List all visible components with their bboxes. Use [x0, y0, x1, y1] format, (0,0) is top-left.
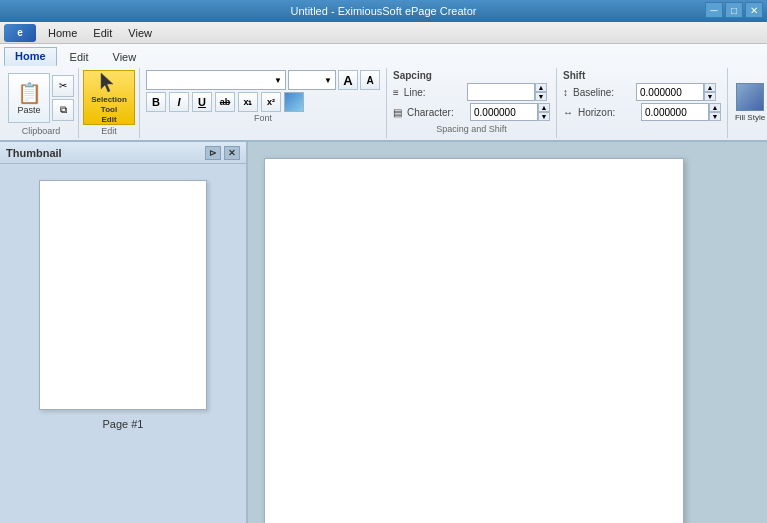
menu-edit[interactable]: Edit — [85, 25, 120, 41]
font-family-combo[interactable]: ▼ — [146, 70, 286, 90]
title-bar-controls: ─ □ ✕ — [705, 2, 763, 18]
menu-view[interactable]: View — [120, 25, 160, 41]
selection-tool-label: Selection Tool — [84, 95, 134, 114]
ribbon: Home Edit View 📋 Paste ✂ ⧉ — [0, 44, 767, 142]
character-spinbox: ▲ ▼ — [470, 103, 550, 121]
shift-section: Shift ↕ Baseline: ▲ ▼ ↔ Horizon: — [557, 68, 728, 138]
minimize-button[interactable]: ─ — [705, 2, 723, 18]
horizon-spinbox: ▲ ▼ — [641, 103, 721, 121]
bold-button[interactable]: B — [146, 92, 166, 112]
superscript-button[interactable]: x² — [261, 92, 281, 112]
line-spacing-row: ≡ Line: ▲ ▼ — [393, 83, 550, 101]
page-canvas — [264, 158, 684, 523]
horizon-icon: ↔ — [563, 107, 573, 118]
horizon-label: Horizon: — [578, 107, 638, 118]
svg-marker-0 — [101, 73, 113, 92]
ribbon-tabs: Home Edit View — [0, 44, 767, 66]
character-value-input[interactable] — [470, 103, 538, 121]
selection-tool-button[interactable]: Selection Tool Edit — [83, 70, 135, 125]
cut-button[interactable]: ✂ — [52, 75, 74, 97]
app-icon: e — [4, 24, 36, 42]
paste-label: Paste — [17, 105, 40, 115]
character-label: Character: — [407, 107, 467, 118]
spacing-section: Sapcing ≡ Line: ▲ ▼ ▤ Character: — [387, 68, 557, 138]
font-size-down-button[interactable]: A — [360, 70, 380, 90]
menu-home[interactable]: Home — [40, 25, 85, 41]
canvas-area — [248, 142, 767, 523]
thumbnail-close-button[interactable]: ✕ — [224, 146, 240, 160]
copy-icon: ⧉ — [60, 104, 67, 116]
baseline-decrement-button[interactable]: ▼ — [704, 92, 716, 101]
shift-header: Shift — [563, 70, 721, 81]
maximize-button[interactable]: □ — [725, 2, 743, 18]
character-spinbox-buttons: ▲ ▼ — [538, 103, 550, 121]
paste-button[interactable]: 📋 Paste — [8, 73, 50, 123]
clipboard-section: 📋 Paste ✂ ⧉ Clipboard — [4, 68, 79, 138]
underline-button[interactable]: U — [192, 92, 212, 112]
fill-style-label: Fill Style — [735, 113, 765, 123]
character-spacing-row: ▤ Character: ▲ ▼ — [393, 103, 550, 121]
strikethrough-button[interactable]: ab — [215, 92, 235, 112]
ribbon-content: 📋 Paste ✂ ⧉ Clipboard — [0, 66, 767, 140]
thumbnail-header-controls: ⊳ ✕ — [205, 146, 240, 160]
horizon-row: ↔ Horizon: ▲ ▼ — [563, 103, 721, 121]
clipboard-label: Clipboard — [8, 126, 74, 136]
page-label: Page #1 — [103, 418, 144, 430]
font-section: ▼ ▼ A A B I U ab x₁ x² — [140, 68, 387, 138]
baseline-spinbox: ▲ ▼ — [636, 83, 716, 101]
thumbnail-panel: Thumbnail ⊳ ✕ Page #1 — [0, 142, 248, 523]
thumbnail-pin-button[interactable]: ⊳ — [205, 146, 221, 160]
character-icon: ▤ — [393, 107, 402, 118]
character-decrement-button[interactable]: ▼ — [538, 112, 550, 121]
font-color-swatch[interactable] — [284, 92, 304, 112]
thumbnail-header: Thumbnail ⊳ ✕ — [0, 142, 246, 164]
copy-button[interactable]: ⧉ — [52, 99, 74, 121]
horizon-value-input[interactable] — [641, 103, 709, 121]
horizon-decrement-button[interactable]: ▼ — [709, 112, 721, 121]
baseline-icon: ↕ — [563, 87, 568, 98]
line-spinbox: ▲ ▼ — [467, 83, 547, 101]
font-format-row: B I U ab x₁ x² — [146, 92, 380, 112]
tab-home[interactable]: Home — [4, 47, 57, 66]
line-increment-button[interactable]: ▲ — [535, 83, 547, 92]
edit-top: Selection Tool Edit — [83, 70, 135, 125]
spacing-label-bottom: Spacing and Shift — [393, 124, 550, 134]
cut-copy-buttons: ✂ ⧉ — [52, 75, 74, 121]
character-increment-button[interactable]: ▲ — [538, 103, 550, 112]
cut-icon: ✂ — [59, 80, 67, 91]
baseline-spinbox-buttons: ▲ ▼ — [704, 83, 716, 101]
line-value-input[interactable] — [467, 83, 535, 101]
tab-view[interactable]: View — [102, 48, 148, 66]
font-size-up-button[interactable]: A — [338, 70, 358, 90]
clipboard-top: 📋 Paste ✂ ⧉ — [8, 70, 74, 125]
page-thumbnail[interactable] — [39, 180, 207, 410]
italic-button[interactable]: I — [169, 92, 189, 112]
fill-style-button[interactable]: Fill Style — [732, 70, 767, 136]
tab-edit[interactable]: Edit — [59, 48, 100, 66]
selection-tool-edit-label: Edit — [101, 115, 116, 124]
font-family-dropdown-icon[interactable]: ▼ — [274, 76, 282, 85]
font-size-btns: A A — [338, 70, 380, 90]
app-title: Untitled - EximiousSoft ePage Creator — [291, 5, 477, 17]
subscript-button[interactable]: x₁ — [238, 92, 258, 112]
line-label: Line: — [404, 87, 464, 98]
baseline-value-input[interactable] — [636, 83, 704, 101]
spacing-header: Sapcing — [393, 70, 550, 81]
thumbnail-content: Page #1 — [0, 164, 246, 523]
cursor-icon — [97, 71, 121, 95]
line-decrement-button[interactable]: ▼ — [535, 92, 547, 101]
horizon-increment-button[interactable]: ▲ — [709, 103, 721, 112]
horizon-spinbox-buttons: ▲ ▼ — [709, 103, 721, 121]
menu-bar: e Home Edit View — [0, 22, 767, 44]
paste-icon: 📋 — [17, 81, 42, 105]
fill-style-icon — [736, 83, 764, 111]
title-bar: Untitled - EximiousSoft ePage Creator ─ … — [0, 0, 767, 22]
baseline-row: ↕ Baseline: ▲ ▼ — [563, 83, 721, 101]
font-size-combo[interactable]: ▼ — [288, 70, 336, 90]
main-area: Thumbnail ⊳ ✕ Page #1 — [0, 142, 767, 523]
font-size-row: ▼ ▼ A A — [146, 70, 380, 90]
close-button[interactable]: ✕ — [745, 2, 763, 18]
font-size-dropdown-icon[interactable]: ▼ — [324, 76, 332, 85]
edit-section: Selection Tool Edit Edit — [79, 68, 140, 138]
baseline-increment-button[interactable]: ▲ — [704, 83, 716, 92]
